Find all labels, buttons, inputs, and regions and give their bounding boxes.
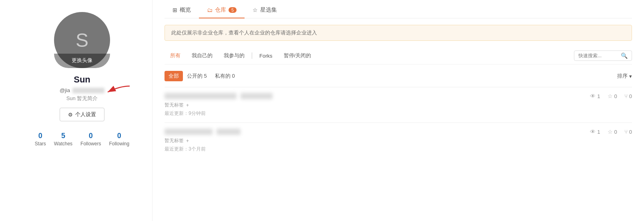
user-handle-blurred (72, 88, 104, 93)
search-input[interactable] (578, 53, 618, 58)
stat-number-stars: 0 (38, 132, 42, 140)
sort-button[interactable]: 排序 ▾ (617, 72, 632, 80)
stars-count: 0 (614, 93, 617, 99)
star-icon: ☆ (608, 129, 613, 135)
repo-forks: ⑂ 0 (624, 129, 632, 135)
forks-count: 0 (629, 129, 632, 135)
sort-label: 排序 (617, 72, 628, 80)
repo-tag-line: 暂无标签 + (165, 137, 584, 144)
stat-followers[interactable]: 0 Followers (80, 132, 101, 147)
views-count: 1 (597, 129, 600, 135)
tabs-nav: ⊞概览🗂仓库5☆星选集 (165, 0, 632, 18)
tab-label-overview: 概览 (180, 6, 191, 14)
repo-left: 暂无标签 + 最近更新：3个月前 (165, 129, 584, 153)
main-content: ⊞概览🗂仓库5☆星选集 此处仅展示非企业仓库，查看个人在企业的仓库请选择企业进入… (152, 0, 644, 221)
repo-name[interactable] (165, 93, 237, 99)
filter-mine[interactable]: 我自己的 (186, 50, 218, 61)
stat-number-watches: 5 (61, 132, 65, 140)
settings-button[interactable]: ⚙ 个人设置 (60, 108, 104, 121)
repo-views: 👁 1 (590, 129, 600, 135)
user-handle: @jia (60, 87, 104, 93)
repo-name-bar (165, 129, 584, 135)
filter-all[interactable]: 所有 (165, 50, 186, 61)
stat-label-followers: Followers (80, 141, 101, 147)
forks-count: 0 (629, 93, 632, 99)
arrow-indicator (104, 84, 132, 96)
notice-bar: 此处仅展示非企业仓库，查看个人在企业的仓库请选择企业进入 (165, 25, 632, 41)
search-box[interactable]: 🔍 (574, 50, 632, 61)
sub-filter-bar: 全部公开的 5私有的 0 排序 ▾ (165, 69, 632, 83)
add-tag-button[interactable]: + (186, 102, 189, 108)
sub-filter-all[interactable]: 全部 (165, 71, 183, 81)
repo-item: 暂无标签 + 最近更新：9分钟前 👁 1 ☆ 0 ⑂ 0 (165, 87, 632, 123)
tab-overview[interactable]: ⊞概览 (165, 2, 199, 18)
user-name: Sun (74, 74, 90, 85)
repo-tag: 暂无标签 (165, 102, 184, 108)
repo-item: 暂无标签 + 最近更新：3个月前 👁 1 ☆ 0 ⑂ 0 (165, 123, 632, 158)
notice-text: 此处仅展示非企业仓库，查看个人在企业的仓库请选择企业进入 (171, 30, 317, 36)
fork-icon: ⑂ (624, 129, 628, 135)
stat-stars[interactable]: 0 Stars (35, 132, 46, 147)
views-count: 1 (597, 93, 600, 99)
settings-label: 个人设置 (75, 111, 96, 118)
tab-starred[interactable]: ☆星选集 (245, 2, 285, 18)
overview-icon: ⊞ (173, 7, 177, 13)
repo-tag: 暂无标签 (165, 137, 184, 144)
tab-repos[interactable]: 🗂仓库5 (199, 2, 245, 18)
add-tag-button[interactable]: + (186, 138, 189, 144)
repo-name-2 (217, 129, 241, 135)
filter-divider (252, 52, 252, 59)
repo-stars: ☆ 0 (608, 93, 617, 99)
stars-count: 0 (614, 129, 617, 135)
repo-forks: ⑂ 0 (624, 93, 632, 99)
repo-left: 暂无标签 + 最近更新：9分钟前 (165, 93, 584, 117)
search-icon: 🔍 (621, 52, 628, 59)
user-bio: Sun 暂无简介 (66, 95, 98, 102)
repo-icon: 🗂 (207, 7, 213, 13)
repo-name-2 (241, 93, 273, 99)
filter-bar: 所有我自己的我参与的Forks暂停/关闭的 🔍 (165, 47, 632, 64)
repo-list: 暂无标签 + 最近更新：9分钟前 👁 1 ☆ 0 ⑂ 0 (165, 87, 632, 158)
eye-icon: 👁 (590, 93, 596, 99)
gear-icon: ⚙ (68, 112, 73, 118)
stat-number-followers: 0 (89, 132, 93, 140)
star-icon: ☆ (608, 93, 613, 99)
tab-badge-repos: 5 (229, 7, 237, 13)
user-handle-prefix: @jia (60, 87, 70, 93)
stats-row: 0 Stars 5 Watches 0 Followers 0 Followin… (35, 132, 129, 147)
repo-name-bar (165, 93, 584, 99)
repo-right: 👁 1 ☆ 0 ⑂ 0 (584, 129, 632, 135)
sidebar: S 更换头像 Sun @jia Sun 暂无简介 ⚙ 个人设置 (0, 0, 152, 221)
repo-stars: ☆ 0 (608, 129, 617, 135)
repo-views: 👁 1 (590, 93, 600, 99)
stat-following[interactable]: 0 Following (109, 132, 129, 147)
repo-tag-line: 暂无标签 + (165, 102, 584, 108)
filter-forks[interactable]: Forks (254, 51, 278, 60)
tab-label-starred: 星选集 (260, 6, 277, 14)
sub-filter-public[interactable]: 公开的 5 (183, 71, 211, 81)
star-icon: ☆ (253, 7, 258, 13)
repo-update-time: 最近更新：9分钟前 (165, 110, 584, 117)
repo-update-time: 最近更新：3个月前 (165, 146, 584, 153)
stat-number-following: 0 (117, 132, 121, 140)
filter-involved[interactable]: 我参与的 (218, 50, 250, 61)
stat-label-stars: Stars (35, 141, 46, 147)
stat-watches[interactable]: 5 Watches (54, 132, 72, 147)
filter-closed[interactable]: 暂停/关闭的 (278, 50, 317, 61)
avatar[interactable]: S 更换头像 (54, 12, 110, 68)
stat-label-watches: Watches (54, 141, 72, 147)
repo-name[interactable] (165, 129, 213, 135)
chevron-down-icon: ▾ (629, 73, 632, 79)
repo-right: 👁 1 ☆ 0 ⑂ 0 (584, 93, 632, 99)
sub-filter-private[interactable]: 私有的 0 (211, 71, 239, 81)
fork-icon: ⑂ (624, 93, 628, 99)
eye-icon: 👁 (590, 129, 596, 135)
avatar-overlay: 更换头像 (54, 54, 110, 68)
stat-label-following: Following (109, 141, 129, 147)
tab-label-repos: 仓库 (215, 6, 226, 14)
avatar-letter: S (76, 29, 88, 51)
